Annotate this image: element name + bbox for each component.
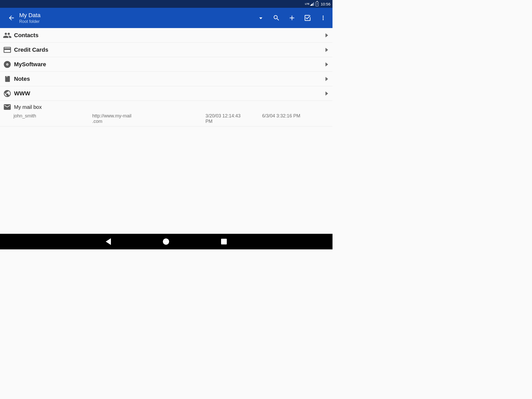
disc-icon bbox=[3, 60, 12, 69]
globe-icon bbox=[3, 89, 12, 98]
network-indicator: LTE bbox=[305, 3, 309, 5]
nav-back-button[interactable] bbox=[106, 238, 111, 245]
battery-charging-icon bbox=[316, 2, 318, 6]
folder-row-mysoftware[interactable]: MySoftware bbox=[0, 57, 332, 72]
status-bar: LTE 10:56 bbox=[0, 0, 332, 8]
page-title: My Data bbox=[19, 12, 41, 19]
entry-url: http://www.my-mail .com bbox=[92, 113, 205, 124]
chevron-right-icon bbox=[325, 33, 328, 37]
dropdown-button[interactable] bbox=[253, 10, 269, 26]
folder-row-credit-cards[interactable]: Credit Cards bbox=[0, 43, 332, 57]
search-icon bbox=[273, 14, 280, 22]
nav-home-button[interactable] bbox=[163, 238, 169, 245]
page-subtitle: Root folder bbox=[19, 19, 41, 24]
expand-button[interactable] bbox=[324, 48, 330, 52]
appbar-titles: My Data Root folder bbox=[19, 12, 41, 24]
folder-label: Notes bbox=[14, 76, 324, 82]
folder-label: Credit Cards bbox=[14, 46, 324, 53]
triangle-down-icon bbox=[259, 17, 262, 19]
entry-title: My mail box bbox=[14, 104, 42, 110]
folder-row-www[interactable]: WWW bbox=[0, 86, 332, 101]
search-button[interactable] bbox=[269, 10, 284, 26]
expand-button[interactable] bbox=[324, 91, 330, 96]
expand-button[interactable] bbox=[324, 33, 330, 37]
checkbox-icon bbox=[304, 14, 311, 22]
creditcard-icon bbox=[3, 45, 12, 55]
nav-back-icon bbox=[106, 238, 111, 245]
mail-icon bbox=[3, 102, 12, 112]
signal-icon bbox=[310, 2, 314, 6]
folder-label: WWW bbox=[14, 90, 324, 97]
entry-username: john_smith bbox=[14, 113, 92, 124]
chevron-right-icon bbox=[325, 62, 328, 66]
folder-label: Contacts bbox=[14, 32, 324, 39]
app-bar: My Data Root folder bbox=[0, 8, 332, 28]
nav-home-icon bbox=[163, 238, 169, 245]
plus-icon bbox=[288, 14, 296, 22]
chevron-right-icon bbox=[325, 48, 328, 52]
chevron-right-icon bbox=[325, 91, 328, 96]
select-button[interactable] bbox=[300, 10, 315, 26]
navigation-bar bbox=[0, 234, 332, 249]
expand-button[interactable] bbox=[324, 77, 330, 81]
notes-icon bbox=[3, 74, 12, 84]
entry-row-mailbox[interactable]: My mail box john_smith http://www.my-mai… bbox=[0, 101, 332, 127]
contacts-icon bbox=[3, 31, 12, 40]
nav-recent-button[interactable] bbox=[221, 239, 227, 244]
back-button[interactable] bbox=[5, 12, 18, 24]
content-list[interactable]: Contacts Credit Cards MySoftware Notes bbox=[0, 28, 332, 234]
status-clock: 10:56 bbox=[321, 2, 330, 6]
more-vert-icon bbox=[320, 15, 327, 21]
svg-point-2 bbox=[7, 64, 8, 65]
entry-modified-date: 6/3/04 3:32:16 PM bbox=[262, 113, 330, 124]
folder-label: MySoftware bbox=[14, 61, 324, 68]
expand-button[interactable] bbox=[324, 62, 330, 66]
entry-created-date: 3/20/03 12:14:43 PM bbox=[205, 113, 262, 124]
folder-row-notes[interactable]: Notes bbox=[0, 72, 332, 86]
nav-recent-icon bbox=[221, 239, 227, 244]
chevron-right-icon bbox=[325, 77, 328, 81]
add-button[interactable] bbox=[284, 10, 300, 26]
folder-row-contacts[interactable]: Contacts bbox=[0, 28, 332, 43]
overflow-button[interactable] bbox=[315, 10, 331, 26]
